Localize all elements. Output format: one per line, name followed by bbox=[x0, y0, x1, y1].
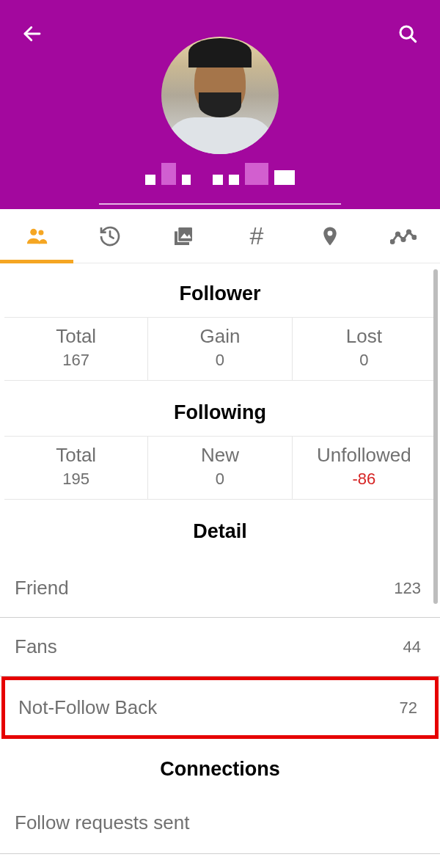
follower-total-label: Total bbox=[4, 325, 147, 348]
following-new-cell[interactable]: New 0 bbox=[148, 437, 292, 499]
detail-fans-row[interactable]: Fans 44 bbox=[0, 618, 440, 676]
detail-notfollowback-label: Not-Follow Back bbox=[18, 696, 157, 719]
following-stats: Total 195 New 0 Unfollowed -86 bbox=[4, 436, 436, 500]
connections-list: Follow requests sent Accounts you blocke… bbox=[0, 792, 440, 868]
following-unfollowed-cell[interactable]: Unfollowed -86 bbox=[293, 437, 436, 499]
svg-rect-8 bbox=[175, 242, 189, 245]
location-icon bbox=[319, 224, 341, 249]
following-unfollowed-label: Unfollowed bbox=[293, 444, 436, 467]
hashtag-icon: # bbox=[250, 222, 264, 250]
history-icon bbox=[98, 225, 122, 248]
svg-point-9 bbox=[391, 240, 394, 243]
svg-point-12 bbox=[407, 230, 410, 233]
svg-point-3 bbox=[30, 228, 37, 235]
detail-list: Friend 123 Fans 44 Not-Follow Back 72 bbox=[0, 559, 440, 739]
following-title: Following bbox=[0, 382, 440, 436]
back-button[interactable] bbox=[19, 21, 45, 47]
following-total-value: 195 bbox=[4, 470, 147, 489]
connections-requests-row[interactable]: Follow requests sent bbox=[0, 792, 440, 854]
detail-friend-row[interactable]: Friend 123 bbox=[0, 559, 440, 618]
follower-total-cell[interactable]: Total 167 bbox=[4, 318, 148, 380]
search-icon bbox=[397, 23, 419, 45]
tab-activity[interactable] bbox=[367, 209, 440, 263]
detail-fans-label: Fans bbox=[15, 635, 57, 658]
follower-gain-label: Gain bbox=[148, 325, 291, 348]
follower-gain-value: 0 bbox=[148, 351, 291, 370]
detail-friend-value: 123 bbox=[394, 579, 421, 598]
back-arrow-icon bbox=[21, 23, 43, 45]
svg-point-11 bbox=[402, 238, 405, 241]
scrollbar-thumb[interactable] bbox=[433, 269, 438, 604]
detail-title: Detail bbox=[0, 501, 440, 555]
people-icon bbox=[24, 224, 49, 249]
tab-people[interactable] bbox=[0, 209, 73, 263]
app-header bbox=[0, 0, 440, 209]
search-button[interactable] bbox=[395, 21, 421, 47]
svg-point-10 bbox=[396, 232, 399, 235]
content-scroll[interactable]: Follower Total 167 Gain 0 Lost 0 Followi… bbox=[0, 263, 440, 868]
follower-title: Follower bbox=[0, 263, 440, 317]
connections-requests-label: Follow requests sent bbox=[15, 812, 189, 834]
tab-gallery[interactable] bbox=[147, 209, 220, 263]
not-follow-back-highlight: Not-Follow Back 72 bbox=[1, 676, 439, 739]
detail-notfollowback-value: 72 bbox=[400, 699, 417, 718]
following-total-label: Total bbox=[4, 444, 147, 467]
avatar[interactable] bbox=[161, 37, 279, 154]
following-unfollowed-value: -86 bbox=[293, 470, 436, 489]
following-new-label: New bbox=[148, 444, 291, 467]
connections-title: Connections bbox=[0, 739, 440, 792]
detail-notfollowback-row[interactable]: Not-Follow Back 72 bbox=[5, 680, 435, 735]
username-redacted bbox=[0, 163, 440, 185]
tab-hashtag[interactable]: # bbox=[220, 209, 293, 263]
svg-rect-5 bbox=[178, 227, 192, 241]
tab-location[interactable] bbox=[293, 209, 367, 263]
svg-line-2 bbox=[411, 37, 416, 42]
tab-bar: # bbox=[0, 209, 440, 263]
svg-point-13 bbox=[413, 236, 416, 238]
gallery-icon bbox=[172, 225, 195, 248]
activity-icon bbox=[390, 226, 417, 247]
follower-lost-cell[interactable]: Lost 0 bbox=[293, 318, 436, 380]
follower-gain-cell[interactable]: Gain 0 bbox=[148, 318, 292, 380]
follower-stats: Total 167 Gain 0 Lost 0 bbox=[4, 317, 436, 381]
name-underline bbox=[99, 203, 341, 205]
follower-lost-value: 0 bbox=[293, 351, 436, 370]
svg-point-4 bbox=[38, 230, 43, 235]
detail-fans-value: 44 bbox=[403, 638, 421, 657]
connections-blocked-row[interactable]: Accounts you blocked bbox=[0, 854, 440, 868]
following-new-value: 0 bbox=[148, 470, 291, 489]
follower-total-value: 167 bbox=[4, 351, 147, 370]
detail-friend-label: Friend bbox=[15, 577, 69, 599]
following-total-cell[interactable]: Total 195 bbox=[4, 437, 148, 499]
follower-lost-label: Lost bbox=[293, 325, 436, 348]
tab-history[interactable] bbox=[73, 209, 147, 263]
